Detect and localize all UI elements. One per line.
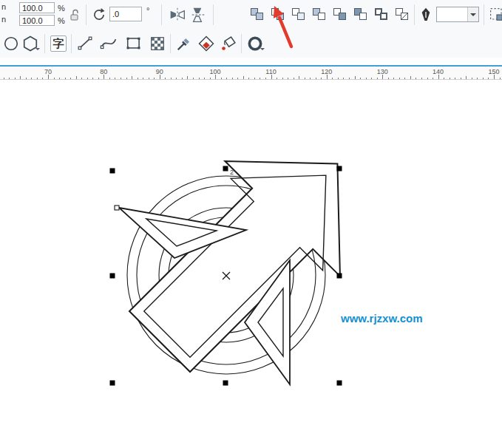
ruler-tick [477,78,478,80]
canvas[interactable]: 2 www.rjzxw.com [0,80,502,448]
eyedropper-tool-button[interactable] [174,34,194,53]
ruler-tick [126,78,127,80]
ruler-tick [377,78,378,80]
freehand-line-tool-button[interactable] [75,34,95,53]
ruler-tick [199,78,200,80]
ruler-tick [70,78,71,80]
handle-top-right[interactable] [337,166,342,172]
graph-paper-tool-button[interactable] [148,34,167,53]
ruler-tick [226,78,227,80]
simplify-button[interactable] [311,6,328,24]
outline-width-input[interactable] [438,8,470,21]
ellipse-icon [1,34,21,53]
ruler-tick [165,78,166,80]
outline-pen-button[interactable] [417,6,435,24]
mirror-vertical-button[interactable] [189,6,206,24]
create-boundary-button[interactable] [373,6,390,24]
chevron-down-icon[interactable] [260,48,265,52]
ruler-label: 130 [377,68,388,75]
ruler-tick [360,78,361,80]
toolbox-bar: 字 [0,30,502,58]
scale-x-input[interactable] [19,2,55,13]
ruler-label: 100 [210,68,221,75]
chevron-down-icon[interactable] [35,48,40,52]
ruler-tick [316,78,316,80]
lock-ratio-button[interactable] [68,7,81,22]
text-tool-button[interactable]: 字 [50,35,67,52]
checkerboard-icon [148,34,167,53]
fill-tool-button[interactable] [197,34,216,53]
ruler-tick [488,78,489,80]
ruler-tick [355,76,356,79]
ruler-tick [87,78,88,80]
ruler-tick [450,78,450,80]
handle-top-left[interactable] [110,169,115,174]
ruler-tick [171,78,172,80]
scale-y-percent: % [58,16,65,25]
ruler-tick [26,78,27,80]
ruler-tick [371,78,372,80]
handle-bottom-middle[interactable] [223,381,228,386]
handle-top-middle[interactable] [223,166,228,172]
ruler-tick [54,78,55,80]
mirror-horizontal-icon [169,6,186,24]
toolbar-canvas-gap [0,58,502,65]
ruler-tick [455,78,455,80]
ruler-tick [305,78,305,80]
ruler-label: 120 [321,68,332,75]
combine-button[interactable] [393,6,411,24]
ruler-tick [427,78,428,80]
ruler-tick [76,76,77,79]
ruler-tick [282,78,283,80]
handle-bottom-left[interactable] [110,381,115,386]
ruler-tick [404,78,405,80]
outline-width-select[interactable] [436,7,479,22]
ruler-tick [433,78,433,80]
ruler-tick [500,78,501,80]
front-minus-back-button[interactable] [331,6,349,24]
ruler-tick [81,78,82,80]
ruler-tick [37,78,38,80]
horizontal-ruler[interactable]: 708090100110120130140150 [0,65,502,80]
rotation-input[interactable] [109,7,142,21]
back-minus-front-button[interactable] [352,6,370,24]
fill-diamond-icon [197,34,216,53]
bezier-tool-button[interactable] [99,34,118,53]
chevron-down-icon[interactable] [467,7,478,21]
separator [161,4,162,25]
ruler-label: 80 [100,68,107,75]
separator [44,34,45,53]
rectangle-tool-button[interactable] [124,34,143,53]
ruler-tick [277,78,277,80]
ruler-tick [31,78,32,80]
handle-middle-left[interactable] [110,274,115,279]
ruler-tick [221,78,222,80]
ruler-tick [332,78,333,80]
ruler-tick [59,78,60,80]
handle-middle-right[interactable] [337,274,342,279]
rotation-icon [92,7,106,22]
ruler-tick [193,78,194,80]
scale-y-input[interactable] [19,15,55,26]
polygon-tool-button[interactable] [21,34,40,53]
ruler-tick [237,78,238,80]
node-label: 2 [230,169,234,176]
ruler-tick [254,78,255,80]
ruler-tick [299,76,299,79]
clipped-tool-button[interactable] [488,6,502,24]
node-marker[interactable] [115,206,119,210]
outline-tool-button[interactable] [245,34,265,53]
mirror-horizontal-button[interactable] [169,6,186,24]
trim-button[interactable] [269,6,287,24]
handle-bottom-right[interactable] [337,381,342,386]
ellipse-tool-button[interactable] [1,34,21,53]
interactive-fill-tool-button[interactable] [219,34,238,53]
intersect-button[interactable] [290,6,308,24]
ruler-tick [15,78,16,80]
selected-logo-drawing[interactable]: 2 [0,80,502,448]
ruler-tick [472,78,472,80]
weld-button[interactable] [248,6,266,24]
ruler-tick [310,78,311,80]
ruler-label: 110 [265,68,276,75]
ruler-tick [410,76,411,79]
